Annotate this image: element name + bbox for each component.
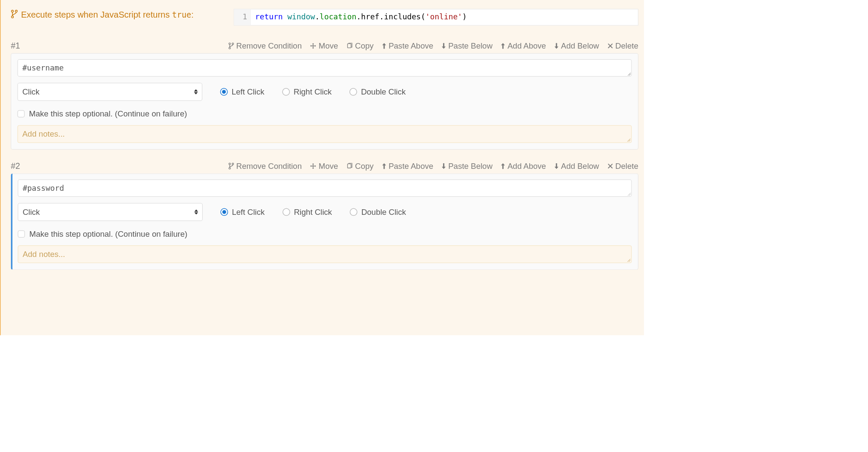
selector-input[interactable]: #password bbox=[18, 180, 632, 197]
branch-icon bbox=[11, 9, 18, 21]
conditional-steps-panel: Execute steps when JavaScript returns tr… bbox=[0, 0, 644, 336]
click-type-radio-group: Left Click Right Click Double Click bbox=[220, 208, 406, 217]
svg-point-2 bbox=[12, 16, 14, 18]
copy-icon bbox=[346, 43, 353, 49]
svg-point-5 bbox=[229, 47, 231, 49]
selector-input[interactable]: #username bbox=[18, 59, 632, 76]
close-icon bbox=[607, 163, 613, 169]
svg-point-3 bbox=[229, 43, 231, 44]
step-toolbar: Remove Condition Move Copy Paste Above P… bbox=[228, 161, 638, 171]
condition-label-suffix: : bbox=[191, 10, 194, 19]
radio-right-click[interactable]: Right Click bbox=[282, 208, 332, 217]
step-number: #2 bbox=[11, 161, 20, 171]
line-number: 1 bbox=[243, 12, 247, 21]
svg-rect-6 bbox=[347, 43, 351, 48]
arrow-down-icon bbox=[442, 163, 446, 169]
action-select-wrap: Click bbox=[18, 83, 202, 101]
delete-button[interactable]: Delete bbox=[607, 41, 638, 51]
optional-label: Make this step optional. (Continue on fa… bbox=[29, 229, 187, 238]
remove-condition-button[interactable]: Remove Condition bbox=[228, 41, 302, 51]
action-controls-row: Click Left Click Right Click bbox=[18, 203, 632, 221]
step-block: #1 Remove Condition Move Copy Paste Abov… bbox=[11, 41, 638, 150]
action-select[interactable]: Click bbox=[18, 203, 203, 221]
step-block: #2 Remove Condition Move Copy Paste Abov… bbox=[11, 161, 638, 270]
paste-below-button[interactable]: Paste Below bbox=[442, 41, 493, 51]
step-card: #password Click Left Click bbox=[11, 174, 638, 270]
action-select[interactable]: Click bbox=[18, 83, 202, 101]
branch-icon bbox=[228, 42, 234, 49]
svg-point-7 bbox=[229, 163, 231, 165]
js-condition-editor[interactable]: 1 return window.location.href.includes('… bbox=[234, 9, 638, 26]
add-above-button[interactable]: Add Above bbox=[501, 161, 546, 171]
optional-label: Make this step optional. (Continue on fa… bbox=[29, 109, 187, 119]
click-type-radio-group: Left Click Right Click Double Click bbox=[220, 87, 406, 97]
optional-checkbox-row[interactable]: Make this step optional. (Continue on fa… bbox=[18, 229, 632, 238]
svg-point-1 bbox=[15, 10, 17, 12]
arrow-down-icon bbox=[554, 163, 558, 169]
radio-double-click[interactable]: Double Click bbox=[349, 87, 406, 97]
radio-icon bbox=[282, 88, 290, 96]
radio-left-click[interactable]: Left Click bbox=[220, 87, 264, 97]
remove-condition-button[interactable]: Remove Condition bbox=[228, 161, 302, 171]
paste-above-button[interactable]: Paste Above bbox=[382, 41, 434, 51]
move-icon bbox=[310, 43, 316, 49]
add-above-button[interactable]: Add Above bbox=[501, 41, 546, 51]
radio-icon bbox=[349, 88, 357, 96]
branch-icon bbox=[228, 162, 234, 169]
notes-input[interactable]: Add notes... bbox=[18, 125, 632, 143]
code-line[interactable]: return window.location.href.includes('on… bbox=[251, 9, 471, 25]
radio-icon bbox=[350, 208, 358, 216]
radio-icon bbox=[220, 208, 228, 216]
add-below-button[interactable]: Add Below bbox=[554, 41, 599, 51]
step-header: #2 Remove Condition Move Copy Paste Abov… bbox=[11, 161, 638, 171]
action-select-wrap: Click bbox=[18, 203, 203, 221]
copy-button[interactable]: Copy bbox=[346, 41, 373, 51]
arrow-up-icon bbox=[501, 163, 505, 169]
step-card: #username Click Left Click bbox=[11, 53, 638, 150]
close-icon bbox=[607, 43, 613, 49]
radio-icon bbox=[220, 88, 228, 96]
arrow-up-icon bbox=[382, 163, 386, 169]
paste-above-button[interactable]: Paste Above bbox=[382, 161, 434, 171]
radio-left-click[interactable]: Left Click bbox=[220, 208, 264, 217]
move-icon bbox=[310, 163, 316, 169]
copy-icon bbox=[346, 163, 353, 169]
move-button[interactable]: Move bbox=[310, 161, 338, 171]
arrow-down-icon bbox=[554, 43, 558, 49]
condition-label-code: true bbox=[172, 10, 191, 20]
copy-button[interactable]: Copy bbox=[346, 161, 373, 171]
checkbox-icon bbox=[18, 230, 25, 237]
svg-point-4 bbox=[232, 43, 234, 44]
add-below-button[interactable]: Add Below bbox=[554, 161, 599, 171]
condition-label: Execute steps when JavaScript returns tr… bbox=[11, 9, 215, 21]
svg-point-0 bbox=[12, 10, 14, 12]
radio-double-click[interactable]: Double Click bbox=[350, 208, 406, 217]
checkbox-icon bbox=[18, 110, 24, 117]
condition-label-prefix: Execute steps when JavaScript returns bbox=[21, 10, 172, 19]
move-button[interactable]: Move bbox=[310, 41, 338, 51]
svg-point-8 bbox=[232, 163, 234, 165]
optional-checkbox-row[interactable]: Make this step optional. (Continue on fa… bbox=[18, 109, 632, 119]
svg-rect-10 bbox=[347, 164, 351, 168]
notes-input[interactable]: Add notes... bbox=[18, 245, 632, 263]
svg-point-9 bbox=[229, 168, 231, 169]
radio-right-click[interactable]: Right Click bbox=[282, 87, 331, 97]
action-controls-row: Click Left Click Right Click bbox=[18, 83, 632, 101]
radio-icon bbox=[282, 208, 290, 216]
step-header: #1 Remove Condition Move Copy Paste Abov… bbox=[11, 41, 638, 51]
condition-header-row: Execute steps when JavaScript returns tr… bbox=[11, 9, 638, 26]
arrow-down-icon bbox=[442, 43, 446, 49]
arrow-up-icon bbox=[382, 43, 386, 49]
step-toolbar: Remove Condition Move Copy Paste Above P… bbox=[228, 41, 638, 51]
step-number: #1 bbox=[11, 41, 20, 51]
editor-gutter: 1 bbox=[234, 9, 251, 25]
paste-below-button[interactable]: Paste Below bbox=[442, 161, 493, 171]
arrow-up-icon bbox=[501, 43, 505, 49]
delete-button[interactable]: Delete bbox=[607, 161, 638, 171]
